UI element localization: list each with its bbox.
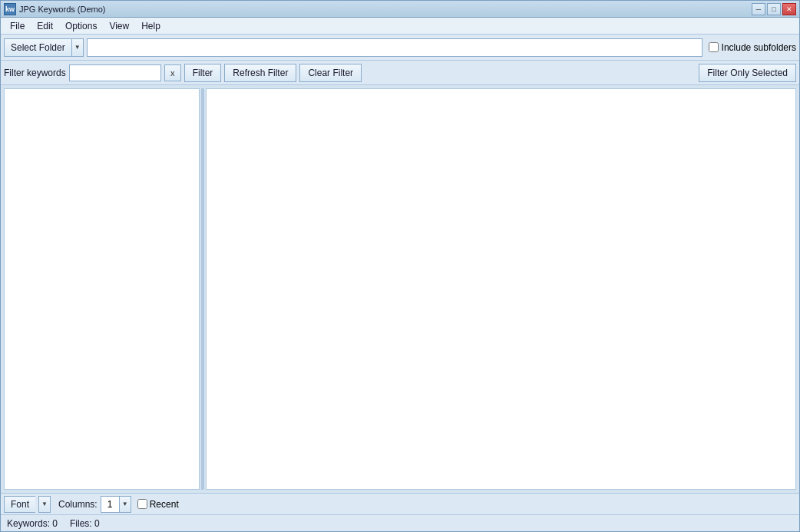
columns-dropdown-arrow[interactable]: ▼	[119, 496, 131, 513]
title-bar-left: kw JPG Keywords (Demo)	[4, 3, 105, 15]
include-subfolders-label: Include subfolders	[722, 42, 796, 53]
columns-input[interactable]	[101, 496, 119, 513]
status-bar: Keywords: 0 Files: 0	[1, 514, 799, 531]
menu-help[interactable]: Help	[135, 19, 167, 33]
toolbar-row2: Filter keywords x Filter Refresh Filter …	[1, 61, 799, 85]
filter-keywords-input[interactable]	[69, 64, 161, 81]
recent-checkbox[interactable]	[137, 499, 147, 509]
restore-button[interactable]: □	[767, 3, 781, 15]
menu-view[interactable]: View	[103, 19, 135, 33]
splitter[interactable]	[201, 88, 204, 490]
select-folder-button[interactable]: Select Folder	[4, 38, 71, 57]
bottom-toolbar: Font ▼ Columns: ▼ Recent	[1, 493, 799, 514]
font-button[interactable]: Font	[4, 496, 35, 513]
clear-filter-button[interactable]: Clear Filter	[299, 64, 362, 82]
recent-checkbox-group: Recent	[137, 499, 179, 510]
recent-label: Recent	[150, 499, 179, 510]
columns-label: Columns:	[58, 499, 98, 510]
keywords-status: Keywords: 0	[7, 518, 58, 529]
left-panel	[4, 88, 200, 490]
main-area	[1, 85, 799, 493]
toolbar-row1: Select Folder ▼ Include subfolders	[1, 35, 799, 61]
select-folder-dropdown-arrow[interactable]: ▼	[71, 38, 84, 57]
folder-path-input[interactable]	[87, 38, 702, 57]
select-folder-group: Select Folder ▼	[4, 38, 84, 57]
include-subfolders-group: Include subfolders	[709, 42, 796, 53]
filter-only-selected-button[interactable]: Filter Only Selected	[699, 64, 796, 82]
title-bar: kw JPG Keywords (Demo) ─ □ ✕	[1, 1, 799, 18]
menu-options[interactable]: Options	[59, 19, 103, 33]
main-window: kw JPG Keywords (Demo) ─ □ ✕ File Edit O…	[0, 0, 800, 532]
menu-bar: File Edit Options View Help	[1, 18, 799, 35]
font-dropdown-arrow[interactable]: ▼	[38, 496, 51, 513]
title-bar-buttons: ─ □ ✕	[752, 3, 796, 15]
menu-file[interactable]: File	[4, 19, 31, 33]
filter-keywords-label: Filter keywords	[4, 68, 66, 78]
clear-x-button[interactable]: x	[164, 64, 181, 81]
menu-edit[interactable]: Edit	[31, 19, 59, 33]
right-panel	[206, 88, 796, 490]
filter-button[interactable]: Filter	[184, 64, 222, 82]
app-icon: kw	[4, 3, 16, 15]
files-status: Files: 0	[70, 518, 100, 529]
refresh-filter-button[interactable]: Refresh Filter	[224, 64, 296, 82]
window-title: JPG Keywords (Demo)	[19, 5, 105, 14]
close-button[interactable]: ✕	[782, 3, 796, 15]
minimize-button[interactable]: ─	[752, 3, 765, 15]
columns-select-group: ▼	[101, 496, 131, 513]
include-subfolders-checkbox[interactable]	[709, 42, 719, 52]
